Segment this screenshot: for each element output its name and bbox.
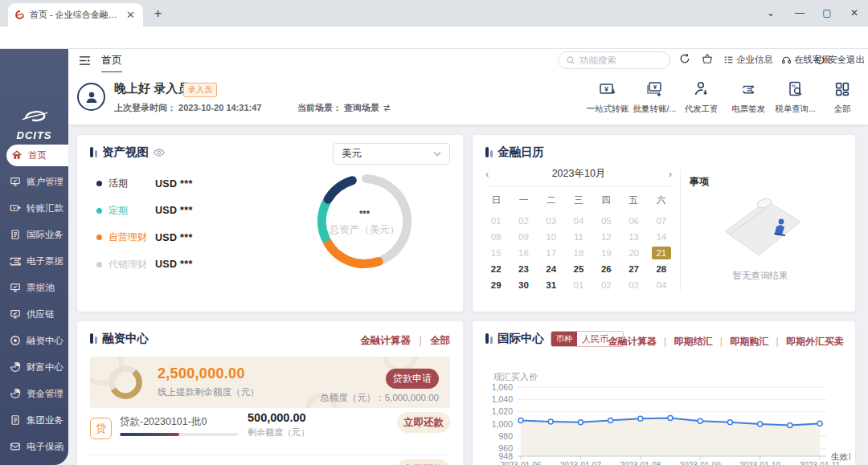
financing-link[interactable]: 金融计算器 — [360, 334, 430, 348]
calendar-day[interactable]: 13 — [620, 230, 647, 243]
quick-action[interactable]: % 税单查询... — [773, 79, 818, 115]
calendar-day[interactable]: 30 — [510, 279, 537, 292]
next-month-icon[interactable]: › — [669, 168, 672, 180]
tab-close-icon[interactable]: ✕ — [126, 9, 135, 21]
chevron-down-icon — [433, 151, 441, 157]
calendar-day[interactable]: 12 — [592, 230, 620, 243]
quick-action[interactable]: ¥ 批量转账/... — [632, 79, 677, 115]
calendar-day[interactable]: 31 — [538, 279, 565, 292]
window-maximize-icon[interactable]: ▢ — [815, 2, 839, 24]
intl-link[interactable]: 即期购汇 — [730, 335, 786, 349]
currency-value-text: 人民币 — [582, 333, 608, 345]
calendar-day[interactable]: 05 — [592, 214, 620, 227]
calendar-day[interactable]: 02 — [592, 279, 620, 292]
calendar-day[interactable]: 17 — [538, 247, 565, 259]
calendar-day[interactable]: 16 — [510, 247, 537, 259]
calendar-day[interactable]: 15 — [482, 247, 510, 259]
calendar-day[interactable]: 01 — [565, 279, 592, 292]
sidebar-item[interactable]: 资金管理 — [0, 381, 68, 407]
intl-link[interactable]: 即期外汇买卖 — [786, 335, 844, 349]
calendar-day[interactable]: 26 — [592, 263, 620, 275]
quick-action-icon — [738, 79, 759, 100]
repay-now-button[interactable]: 立即还款 — [397, 412, 450, 433]
calendar-day[interactable]: 21 — [652, 247, 671, 259]
financing-center-panel: 融资中心 金融计算器全部 2,500,000.00 线上提款剩余额度（元） 贷款… — [77, 321, 463, 465]
sidebar-item[interactable]: 票据池 — [0, 275, 68, 301]
window-chevron-icon[interactable]: ⌄ — [759, 2, 783, 24]
calendar-day[interactable]: 02 — [510, 214, 537, 227]
quick-action[interactable]: 全部 — [820, 79, 865, 115]
legend-value: USD *** — [155, 259, 193, 270]
intl-link[interactable]: 即期结汇 — [674, 335, 730, 349]
new-tab-button[interactable]: + — [154, 6, 162, 21]
legend-value: USD *** — [155, 232, 193, 243]
intl-link[interactable]: 金融计算器 — [608, 335, 674, 349]
repay-now-button-clipped[interactable]: 立即还款 — [397, 459, 450, 465]
calendar-day[interactable]: 29 — [482, 279, 510, 292]
sidebar-item-label: 转账汇款 — [27, 202, 63, 214]
calendar-day[interactable]: 04 — [565, 214, 592, 227]
scene-text: 当前场景： 查询场景 — [297, 102, 379, 114]
loan-name: 贷款-20230101-批0 — [120, 415, 207, 429]
loan-amount: 500,000.00 — [248, 411, 306, 424]
search-input[interactable]: 功能搜索 — [558, 51, 670, 69]
collapse-menu-icon[interactable] — [79, 55, 91, 69]
calendar-day[interactable]: 28 — [648, 263, 675, 275]
quick-action[interactable]: ¥ 一站式转账 — [585, 79, 630, 115]
calendar-day[interactable]: 09 — [510, 230, 537, 243]
sidebar-item[interactable]: 集团业务 — [0, 407, 68, 434]
calendar-day[interactable]: 04 — [648, 279, 675, 292]
calendar-day[interactable]: 19 — [592, 247, 620, 259]
calendar-day[interactable]: 07 — [648, 214, 675, 227]
legend-dot — [96, 235, 102, 240]
calendar-day[interactable]: 11 — [565, 230, 592, 243]
calendar-day[interactable]: 06 — [620, 214, 647, 227]
asset-title-text: 资产视图 — [102, 145, 149, 160]
eye-toggle-icon[interactable] — [154, 148, 165, 157]
loan-apply-button[interactable]: 贷款申请 — [386, 369, 439, 389]
financing-link[interactable]: 全部 — [430, 334, 450, 348]
switch-scene-icon[interactable] — [383, 104, 391, 112]
remaining-quota-label: 线上提款剩余额度（元） — [158, 386, 260, 398]
gift-icon[interactable] — [702, 53, 713, 67]
sidebar-item[interactable]: 账户管理 — [0, 169, 68, 195]
sidebar-item[interactable]: 电子保函 — [0, 434, 68, 460]
calendar-day[interactable]: 24 — [538, 263, 565, 275]
calendar-day[interactable]: 22 — [482, 263, 510, 275]
logout-link[interactable]: 安全退出 — [815, 54, 865, 66]
calendar-day[interactable]: 18 — [565, 247, 592, 259]
refresh-icon[interactable] — [679, 53, 690, 67]
calendar-day[interactable]: 20 — [620, 247, 647, 259]
calendar-day[interactable]: 23 — [510, 263, 537, 275]
sidebar-item[interactable]: 供应链 — [0, 301, 68, 328]
sidebar-item[interactable]: 财富中心 — [0, 354, 68, 381]
sidebar-item[interactable]: 融资中心 — [0, 328, 68, 354]
quick-action[interactable]: 电票签发 — [726, 79, 771, 115]
tab-home[interactable]: 首页 — [101, 53, 122, 74]
window-minimize-icon[interactable]: — — [788, 2, 812, 24]
browser-tab[interactable]: 首页 - 企业综合金融服务平台 ✕ — [8, 3, 143, 27]
financing-summary-card: 2,500,000.00 线上提款剩余额度（元） 贷款申请 总额度（元）：5,0… — [90, 357, 450, 408]
enterprise-info-link[interactable]: 企业信息 — [723, 54, 773, 66]
calendar-day[interactable]: 27 — [620, 263, 647, 275]
calendar-day[interactable]: 01 — [482, 214, 510, 227]
calendar-day[interactable]: 08 — [482, 230, 510, 243]
sidebar-item[interactable]: ¥ 转账汇款 — [0, 195, 68, 222]
prev-month-icon[interactable]: ‹ — [485, 168, 489, 180]
sidebar-item[interactable]: 国际业务 — [0, 222, 68, 248]
legend-row: 活期 USD *** — [96, 177, 193, 190]
calendar-day[interactable]: 14 — [648, 230, 675, 243]
currency-select[interactable]: 美元 — [333, 143, 450, 165]
quick-action[interactable]: 代发工资 — [679, 79, 724, 115]
svg-text:生效日期: 生效日期 — [831, 451, 850, 461]
calendar-day[interactable]: 25 — [565, 263, 592, 275]
sidebar-item[interactable]: 电子票据 — [0, 248, 68, 275]
sidebar-item[interactable]: 首页 — [6, 145, 68, 166]
calendar-day[interactable]: 10 — [538, 230, 565, 243]
svg-text:948: 948 — [498, 451, 513, 461]
legend-value: USD *** — [155, 178, 193, 190]
sidebar-item-icon — [10, 229, 22, 241]
calendar-day[interactable]: 03 — [620, 279, 647, 292]
calendar-day[interactable]: 03 — [538, 214, 565, 227]
window-close-icon[interactable]: ✕ — [842, 2, 866, 24]
